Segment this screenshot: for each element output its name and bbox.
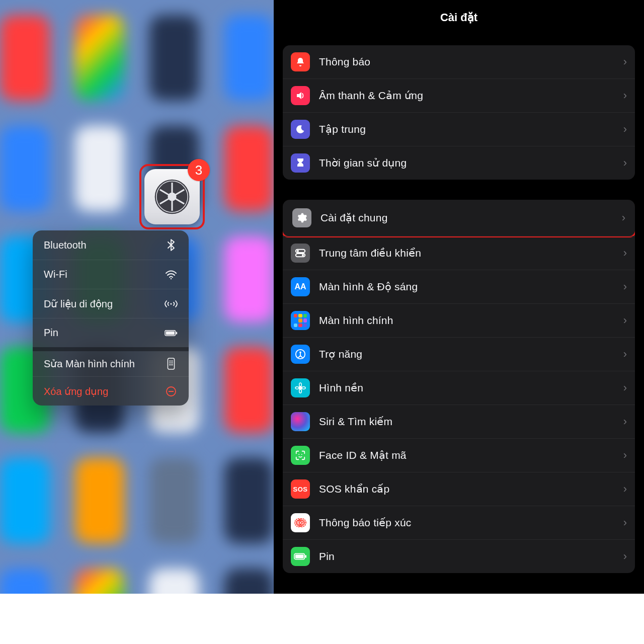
faceid-icon xyxy=(291,446,310,465)
chevron-right-icon: › xyxy=(623,550,627,563)
settings-row[interactable]: Âm thanh & Cảm ứng› xyxy=(283,78,635,112)
settings-row[interactable]: Pin› xyxy=(283,539,635,573)
context-menu-item[interactable]: Xóa ứng dụng xyxy=(33,376,189,406)
chevron-right-icon: › xyxy=(623,348,627,361)
context-menu-item[interactable]: Dữ liệu di động xyxy=(33,289,189,318)
settings-row-label: Trung tâm điều khiển xyxy=(319,247,614,259)
settings-row[interactable]: SOSSOS khẩn cấp› xyxy=(283,472,635,506)
battery-settings-icon xyxy=(291,547,310,566)
svg-point-22 xyxy=(171,364,172,365)
page-title: Cài đặt xyxy=(274,0,644,35)
general-icon xyxy=(292,208,311,227)
chevron-right-icon: › xyxy=(623,123,627,136)
svg-point-33 xyxy=(299,383,302,386)
settings-row[interactable]: Trợ năng› xyxy=(283,337,635,371)
chevron-right-icon: › xyxy=(623,89,627,102)
wifi-icon xyxy=(165,270,178,280)
edit-home-icon xyxy=(165,358,178,370)
settings-row-label: Pin xyxy=(319,550,614,562)
settings-row-label: Màn hình chính xyxy=(319,314,614,327)
remove-icon xyxy=(165,386,178,397)
settings-row-label: Tập trung xyxy=(319,123,614,135)
chevron-right-icon: › xyxy=(623,381,627,394)
settings-row[interactable]: Tập trung› xyxy=(283,112,635,146)
settings-row[interactable]: Thông báo tiếp xúc› xyxy=(283,506,635,539)
control-center-icon xyxy=(291,244,310,263)
display-icon: AA xyxy=(291,277,310,296)
accessibility-icon xyxy=(291,345,310,364)
chevron-right-icon: › xyxy=(623,314,627,327)
settings-row-label: Cài đặt chung xyxy=(320,212,613,224)
settings-row-label: SOS khẩn cấp xyxy=(319,483,614,495)
context-item-label: Dữ liệu di động xyxy=(44,298,113,310)
context-menu-item[interactable]: Wi-Fi xyxy=(33,260,189,289)
chevron-right-icon: › xyxy=(623,55,627,68)
notifications-icon xyxy=(291,52,310,71)
chevron-right-icon: › xyxy=(623,247,627,260)
exposure-icon xyxy=(291,513,310,532)
settings-group: Thông báo›Âm thanh & Cảm ứng›Tập trung›T… xyxy=(283,45,635,180)
svg-point-10 xyxy=(171,303,172,304)
chevron-right-icon: › xyxy=(623,516,627,529)
settings-row[interactable]: Trung tâm điều khiển› xyxy=(283,236,635,270)
svg-point-9 xyxy=(171,278,172,279)
notification-badge: 3 xyxy=(188,159,210,181)
settings-row[interactable]: Thời gian sử dụng› xyxy=(283,146,635,180)
svg-rect-14 xyxy=(168,358,174,369)
svg-point-15 xyxy=(169,360,170,361)
settings-row[interactable]: Cài đặt chung› xyxy=(284,201,633,234)
bluetooth-icon xyxy=(165,239,178,251)
settings-screen: Cài đặt Thông báo›Âm thanh & Cảm ứng›Tập… xyxy=(274,0,644,594)
chevron-right-icon: › xyxy=(623,280,627,293)
wallpaper-icon xyxy=(291,378,310,397)
screentime-icon xyxy=(291,153,310,173)
settings-row-label: Âm thanh & Cảm ứng xyxy=(319,90,614,102)
svg-point-35 xyxy=(295,387,299,389)
homescreen-icon xyxy=(291,311,310,330)
context-menu: BluetoothWi-FiDữ liệu di độngPinSửa Màn … xyxy=(33,230,189,406)
sos-icon: SOS xyxy=(291,479,310,499)
settings-row-label: Hình nền xyxy=(319,382,614,394)
svg-point-23 xyxy=(172,364,173,365)
chevron-right-icon: › xyxy=(623,156,627,170)
svg-rect-12 xyxy=(166,331,175,335)
settings-list[interactable]: Thông báo›Âm thanh & Cảm ứng›Tập trung›T… xyxy=(274,35,644,594)
svg-point-37 xyxy=(298,454,299,455)
svg-point-21 xyxy=(169,364,170,365)
canvas-margin xyxy=(0,594,644,644)
settings-row-label: Trợ năng xyxy=(319,348,614,360)
svg-rect-45 xyxy=(305,555,306,558)
svg-rect-44 xyxy=(295,554,304,558)
context-item-label: Wi-Fi xyxy=(44,269,67,280)
svg-point-16 xyxy=(171,360,172,361)
settings-row[interactable]: AAMàn hình & Độ sáng› xyxy=(283,270,635,303)
settings-row[interactable]: Hình nền› xyxy=(283,371,635,405)
settings-row[interactable]: Siri & Tìm kiếm› xyxy=(283,405,635,438)
context-item-label: Sửa Màn hình chính xyxy=(44,358,135,370)
cellular-icon xyxy=(165,299,178,309)
context-menu-item[interactable]: Pin xyxy=(33,318,189,347)
sounds-icon xyxy=(291,86,310,105)
settings-row-label: Màn hình & Độ sáng xyxy=(319,281,614,293)
settings-row[interactable]: Face ID & Mật mã› xyxy=(283,438,635,472)
settings-row[interactable]: Thông báo› xyxy=(283,45,635,78)
chevron-right-icon: › xyxy=(623,482,627,496)
context-item-label: Bluetooth xyxy=(44,239,87,251)
highlighted-row: Cài đặt chung› xyxy=(283,200,635,237)
chevron-right-icon: › xyxy=(623,449,627,462)
context-item-label: Xóa ứng dụng xyxy=(44,385,108,397)
settings-row-label: Face ID & Mật mã xyxy=(319,449,614,461)
svg-point-29 xyxy=(302,254,304,256)
settings-row[interactable]: Màn hình chính› xyxy=(283,303,635,337)
context-menu-item[interactable]: Sửa Màn hình chính xyxy=(33,347,189,376)
siri-icon xyxy=(291,412,310,431)
chevron-right-icon: › xyxy=(623,415,627,428)
svg-point-27 xyxy=(297,250,299,252)
context-menu-item[interactable]: Bluetooth xyxy=(33,230,189,260)
svg-point-36 xyxy=(302,387,305,389)
gear-icon xyxy=(152,177,192,216)
battery-icon xyxy=(165,329,178,337)
settings-row-label: Thời gian sử dụng xyxy=(319,157,614,169)
settings-row-label: Thông báo xyxy=(319,56,614,68)
chevron-right-icon: › xyxy=(622,211,625,224)
